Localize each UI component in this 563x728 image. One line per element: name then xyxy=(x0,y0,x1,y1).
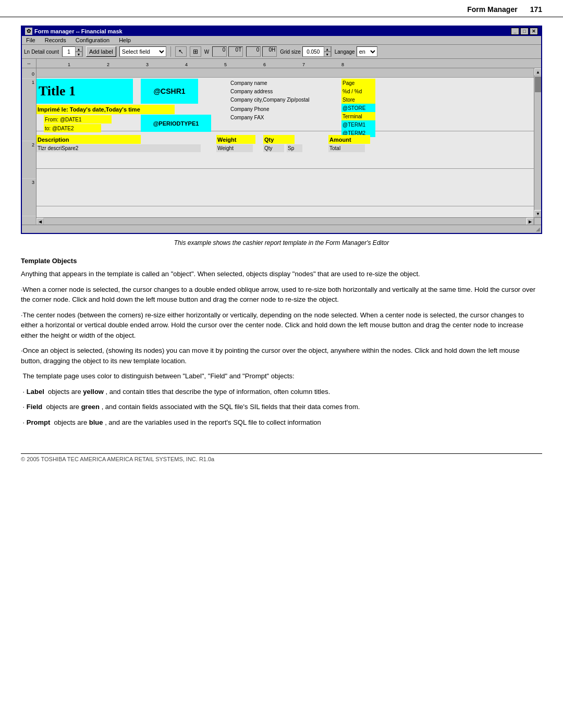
titlebar-left: ✿ Form manager -- Financial mask xyxy=(25,28,123,35)
line-num-3: 3 xyxy=(22,179,36,216)
store-field-text: @STORE xyxy=(342,105,365,111)
menu-bar: File Records Configuration Help xyxy=(22,36,541,45)
page-title: Form Manager xyxy=(467,5,517,14)
line-num-1: 1 xyxy=(22,79,36,141)
v-scrollbar[interactable]: ▲ ▼ xyxy=(534,68,541,217)
num1-input[interactable]: 0 xyxy=(212,46,227,57)
canvas-wrapper: 0 1 2 3 Title 1 xyxy=(22,68,541,225)
company-fax-label: Company FAX xyxy=(229,113,305,121)
cursor-icon-btn[interactable]: ↖ xyxy=(175,46,187,57)
imprime-label[interactable]: Imprimé le: Today's date,Today's time xyxy=(36,105,175,114)
data-desc-text: Tlzr descriSpare2 xyxy=(38,145,78,151)
window-controls[interactable]: _ □ ✕ xyxy=(511,28,538,35)
maximize-button[interactable]: □ xyxy=(520,28,529,35)
para-field: · Field objects are green , and contain … xyxy=(21,402,542,412)
ruler-marks: 1 2 3 4 5 6 7 8 xyxy=(36,59,541,68)
para-label: · Label objects are yellow , and contain… xyxy=(21,387,542,397)
move-icon-btn[interactable]: ⊞ xyxy=(190,46,201,57)
menu-configuration[interactable]: Configuration xyxy=(74,36,112,44)
app-icon: ✿ xyxy=(25,28,32,35)
lang-section: Langage en xyxy=(335,46,377,57)
scroll-down-btn[interactable]: ▼ xyxy=(534,210,541,217)
scroll-corner xyxy=(534,217,541,225)
ruler-corner: ↔ xyxy=(22,59,36,68)
company-name-text: Company name xyxy=(230,80,267,86)
ruler-mark-5: 5 xyxy=(224,62,227,67)
grid-size-value: 0.050 xyxy=(303,49,324,55)
para-4: ·Once an object is selected, (showing it… xyxy=(21,346,542,366)
menu-file[interactable]: File xyxy=(24,36,38,44)
from-date-label[interactable]: From: @DATE1 xyxy=(44,115,112,124)
cshr1-text: @CSHR1 xyxy=(153,87,185,95)
line-num-0: 0 xyxy=(22,69,36,79)
spinbox-arrows[interactable]: ▲ ▼ xyxy=(75,46,82,57)
weight-text: Weight xyxy=(217,137,236,143)
term1-text: @TERM1 xyxy=(342,122,365,128)
select-field-dropdown[interactable]: Select field xyxy=(119,46,166,57)
screenshot-caption: This example shows the cashier report te… xyxy=(21,239,542,246)
amount-col[interactable]: Amount xyxy=(328,135,370,144)
h-scrollbar[interactable]: ◀ ▶ xyxy=(36,217,534,225)
yellow-bold: yellow xyxy=(83,388,104,396)
company-name-label: Company name xyxy=(229,79,305,87)
data-row-sp: Sp xyxy=(287,144,302,152)
scroll-right-btn[interactable]: ▶ xyxy=(527,218,534,225)
company-addr-label: Company address xyxy=(229,87,305,95)
data-row-qty: Qty xyxy=(263,144,284,152)
periodtype-object[interactable]: @PERIODTYPE1 xyxy=(141,115,211,132)
data-weight-text: Weight xyxy=(217,145,234,151)
cshr1-object[interactable]: @CSHR1 xyxy=(141,79,198,104)
close-button[interactable]: ✕ xyxy=(530,28,538,35)
menu-help[interactable]: Help xyxy=(117,36,133,44)
terminal-text: Terminal xyxy=(342,114,362,119)
grid-spinbox: 0.050 ▲ ▼ xyxy=(302,46,332,57)
toolbar-spinbox[interactable]: 1 ▲ ▼ xyxy=(62,46,83,57)
w-label: W xyxy=(204,49,209,55)
scroll-thumb[interactable] xyxy=(535,77,541,92)
page-footer: © 2005 TOSHIBA TEC AMERICA AMERICA RETAI… xyxy=(21,453,542,462)
spinbox-down[interactable]: ▼ xyxy=(75,52,82,57)
para-5: The template page uses color to distingu… xyxy=(21,371,542,381)
spinbox-up[interactable]: ▲ xyxy=(75,46,82,52)
data-row-desc: Tlzr descriSpare2 xyxy=(36,144,201,152)
scroll-track xyxy=(534,76,541,210)
canvas-inner[interactable]: Title 1 @CSHR1 Imprimé le: Today's date,… xyxy=(36,68,541,225)
description-col[interactable]: Description xyxy=(36,135,141,144)
company-phone-label: Company Phone xyxy=(229,105,305,113)
para-2: ·When a corner node is selected, the cur… xyxy=(21,285,542,305)
line-numbers: 0 1 2 3 xyxy=(22,68,36,225)
grid-down[interactable]: ▼ xyxy=(324,52,331,57)
ruler-mark-4: 4 xyxy=(185,62,188,67)
store-field[interactable]: @STORE xyxy=(341,104,375,112)
terminal-label[interactable]: Terminal xyxy=(341,112,375,120)
page-label[interactable]: Page xyxy=(341,79,375,87)
menu-records[interactable]: Records xyxy=(43,36,68,44)
green-bold: green xyxy=(81,403,100,411)
weight-col[interactable]: Weight xyxy=(216,135,255,144)
window-titlebar: ✿ Form manager -- Financial mask _ □ ✕ xyxy=(22,27,541,36)
lang-dropdown[interactable]: en xyxy=(357,46,377,57)
page-format-label[interactable]: %d / %d xyxy=(341,87,375,95)
minimize-button[interactable]: _ xyxy=(511,28,519,35)
qty-col[interactable]: Qty xyxy=(263,135,295,144)
scroll-up-btn[interactable]: ▲ xyxy=(534,68,541,76)
lang-label: Langage xyxy=(335,49,355,55)
grid-spinbox-arrows[interactable]: ▲ ▼ xyxy=(324,46,331,57)
ruler-mark-6: 6 xyxy=(263,62,266,67)
store-text: Store xyxy=(342,97,355,103)
num4-input[interactable]: 0H xyxy=(262,46,277,57)
store-label[interactable]: Store xyxy=(341,95,375,104)
company-phone-text: Company Phone xyxy=(230,106,270,112)
to-date-label[interactable]: to: @DATE2 xyxy=(44,124,101,132)
resize-grip: ◢ xyxy=(536,226,540,232)
term1-field[interactable]: @TERM1 xyxy=(341,120,375,129)
para-3: ·The center nodes (between the corners) … xyxy=(21,310,542,341)
page-text: Page xyxy=(342,80,354,86)
title-object[interactable]: Title 1 xyxy=(36,79,133,104)
num3-input[interactable]: 0 xyxy=(246,46,261,57)
company-city-text: Company city,Company Zip/postal xyxy=(230,97,310,103)
add-label-button[interactable]: Add label xyxy=(86,46,116,57)
num2-input[interactable]: 0T xyxy=(228,46,243,57)
grid-up[interactable]: ▲ xyxy=(324,46,331,52)
scroll-left-btn[interactable]: ◀ xyxy=(36,218,44,225)
